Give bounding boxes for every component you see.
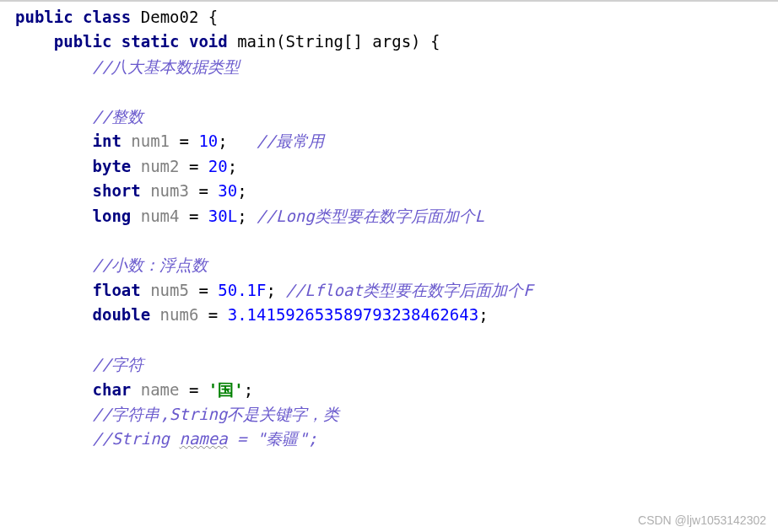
literal-pi: 3.141592653589793238462643 [228, 305, 478, 324]
var-num3: num3 [150, 181, 189, 200]
literal-20: 20 [208, 157, 228, 175]
keyword-byte: byte [93, 157, 132, 175]
comment-string-decl: //String [93, 429, 180, 448]
keyword-short: short [93, 181, 141, 200]
literal-10: 10 [198, 132, 218, 150]
comment-var-namea: namea [179, 429, 227, 448]
keyword-int: int [93, 132, 122, 150]
code-editor[interactable]: public class Demo02 { public static void… [0, 2, 778, 452]
comment-datatypes: //八大基本数据类型 [93, 57, 240, 76]
literal-guo: '国' [208, 380, 244, 399]
var-num4: num4 [141, 207, 180, 225]
watermark: CSDN @ljw1053142302 [638, 513, 766, 527]
comment-long: //Long类型要在数字后面加个L [257, 207, 484, 225]
keyword-double: double [93, 305, 151, 324]
keyword-long: long [93, 207, 132, 225]
var-num5: num5 [150, 281, 189, 299]
comment-string-note: //字符串,String不是关键字，类 [93, 405, 340, 423]
comment-float: //小数：浮点数 [93, 255, 208, 274]
comment-char: //字符 [93, 355, 144, 373]
literal-50-1f: 50.1F [218, 281, 266, 299]
var-name: name [141, 380, 180, 399]
keyword-static: static [122, 32, 180, 51]
keyword-class: class [83, 8, 131, 26]
comment-lfloat: //Lfloat类型要在数字后面加个F [285, 281, 532, 299]
var-num1: num1 [131, 132, 170, 150]
method-name: main [237, 32, 276, 51]
var-num6: num6 [160, 305, 199, 324]
class-name: Demo02 [141, 8, 199, 26]
comment-common: //最常用 [257, 132, 324, 150]
literal-30: 30 [218, 181, 237, 200]
var-num2: num2 [141, 157, 180, 175]
literal-30l: 30L [208, 207, 237, 225]
method-params: (String[] args) { [276, 32, 440, 51]
keyword-public: public [54, 32, 112, 51]
keyword-public: public [15, 8, 73, 26]
comment-string-rest: = "秦疆"; [228, 429, 318, 448]
comment-integer: //整数 [93, 107, 144, 126]
keyword-float: float [93, 281, 141, 299]
keyword-void: void [189, 32, 228, 51]
keyword-char: char [93, 380, 132, 399]
